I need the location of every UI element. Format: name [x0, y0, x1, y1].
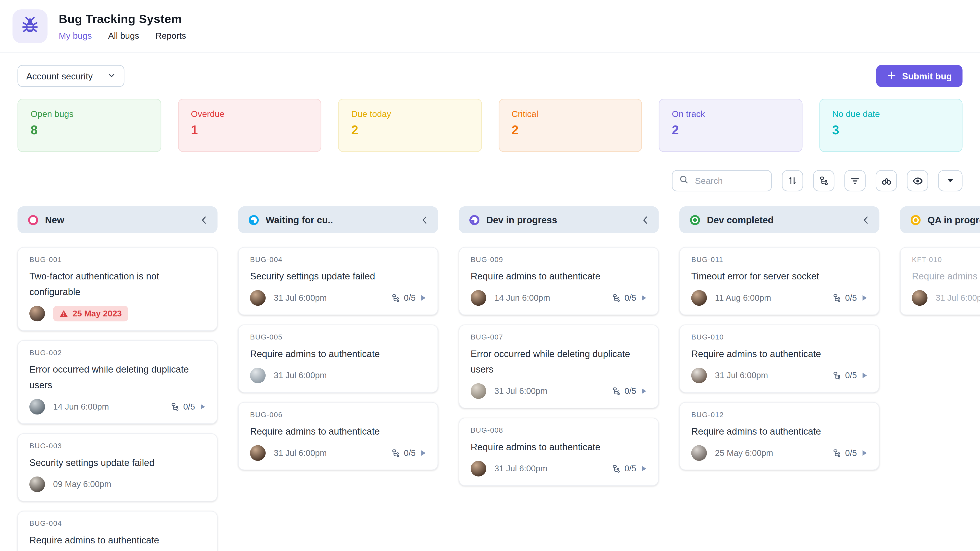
search-box[interactable] [672, 170, 772, 191]
expand-card-icon[interactable] [421, 294, 426, 301]
subtasks-group: 0/5 [833, 370, 867, 380]
hierarchy-button[interactable] [813, 170, 834, 191]
bug-card-003[interactable]: BUG-003 Security settings update failed … [18, 433, 217, 502]
submit-bug-label: Submit bug [902, 71, 952, 81]
subtasks-group: 0/5 [612, 464, 647, 473]
expand-card-icon[interactable] [641, 465, 647, 472]
stat-value: 1 [191, 123, 308, 138]
bug-card-010[interactable]: BUG-010 Require admins to authenticate 3… [679, 325, 879, 393]
project-selector[interactable]: Account security [18, 65, 124, 87]
stat-label: Due today [351, 109, 468, 119]
bug-card-008[interactable]: BUG-008 Require admins to authenticate 3… [459, 418, 659, 486]
card-footer: 31 Jul 6:00pm 0/5 [250, 290, 426, 306]
assignee-avatar[interactable] [471, 383, 486, 398]
collapse-column-icon[interactable] [862, 215, 869, 224]
collapse-column-icon[interactable] [200, 215, 207, 224]
bug-title: Require admins to authenticate [912, 268, 980, 284]
assignee-avatar[interactable] [29, 476, 45, 492]
bug-title: Error occurred while deleting duplicate … [29, 361, 193, 393]
bug-card-012[interactable]: BUG-012 Require admins to authenticate 2… [679, 402, 879, 470]
stat-label: On track [672, 109, 789, 119]
column-waiting-for-customer: Waiting for cu.. BUG-004 Security settin… [238, 206, 438, 470]
expand-card-icon[interactable] [421, 449, 426, 456]
stat-label: Open bugs [30, 109, 148, 119]
tab-all-bugs[interactable]: All bugs [108, 30, 139, 40]
assignee-avatar[interactable] [29, 398, 45, 414]
assignee-avatar[interactable] [250, 290, 266, 306]
subtasks-icon [391, 448, 401, 457]
bug-card-001[interactable]: BUG-001 Two-factor authentication is not… [18, 247, 217, 331]
stat-on-track[interactable]: On track 2 [659, 99, 802, 152]
assignee-avatar[interactable] [471, 290, 486, 306]
expand-card-icon[interactable] [862, 372, 867, 379]
collapse-column-icon[interactable] [642, 215, 648, 224]
subtasks-icon [833, 293, 842, 302]
assignee-avatar[interactable] [691, 290, 707, 306]
bug-card-006[interactable]: BUG-006 Require admins to authenticate 3… [238, 402, 438, 470]
binoculars-button[interactable] [876, 170, 897, 191]
column-header-dev-in-progress: Dev in progress [459, 206, 659, 233]
bug-id: BUG-008 [471, 426, 647, 435]
card-footer: 11 Aug 6:00pm 0/5 [691, 290, 867, 306]
bug-id: BUG-012 [691, 410, 867, 419]
submit-bug-button[interactable]: Submit bug [877, 65, 963, 87]
bug-card-005[interactable]: BUG-005 Require admins to authenticate 3… [238, 325, 438, 393]
bug-card-004-new[interactable]: BUG-004 Require admins to authenticate [18, 511, 217, 551]
bug-card-004-waiting[interactable]: BUG-004 Security settings update failed … [238, 247, 438, 315]
assignee-avatar[interactable] [29, 306, 45, 321]
sort-button[interactable] [782, 170, 803, 191]
board-menu-button[interactable] [938, 170, 963, 191]
stat-due-today[interactable]: Due today 2 [338, 99, 481, 152]
bug-title: Require admins to authenticate [471, 268, 634, 284]
bug-card-kft-010[interactable]: KFT-010 Require admins to authenticate 3… [900, 247, 980, 315]
due-date: 31 Jul 6:00pm [495, 386, 547, 395]
assignee-avatar[interactable] [250, 368, 266, 383]
subtasks-icon [612, 464, 621, 473]
assignee-avatar[interactable] [691, 445, 707, 460]
bug-id: BUG-006 [250, 410, 426, 419]
due-date: 09 May 6:00pm [53, 479, 111, 489]
column-dev-completed: Dev completed BUG-011 Timeout error for … [679, 206, 879, 470]
column-cards: BUG-001 Two-factor authentication is not… [18, 247, 217, 551]
column-cards: BUG-004 Security settings update failed … [238, 247, 438, 470]
bug-card-011[interactable]: BUG-011 Timeout error for server socket … [679, 247, 879, 315]
expand-card-icon[interactable] [641, 387, 647, 394]
due-date: 14 Jun 6:00pm [495, 293, 550, 302]
stat-open-bugs[interactable]: Open bugs 8 [18, 99, 161, 152]
assignee-avatar[interactable] [691, 368, 707, 383]
assignee-avatar[interactable] [912, 290, 928, 306]
subtask-count: 0/5 [404, 293, 416, 302]
subtasks-icon [833, 370, 842, 380]
tab-my-bugs[interactable]: My bugs [59, 30, 92, 40]
bug-id: KFT-010 [912, 255, 980, 264]
eye-button[interactable] [907, 170, 928, 191]
bug-card-002[interactable]: BUG-002 Error occurred while deleting du… [18, 340, 217, 424]
card-footer: 31 Jul 6:00pm [250, 367, 426, 383]
subtasks-icon [171, 402, 180, 411]
expand-card-icon[interactable] [200, 403, 205, 410]
stat-no-due-date[interactable]: No due date 3 [819, 99, 963, 152]
bug-title: Error occurred while deleting duplicate … [471, 346, 634, 377]
bug-title: Two-factor authentication is not configu… [29, 268, 193, 299]
stat-value: 2 [351, 123, 468, 138]
collapse-column-icon[interactable] [421, 215, 428, 224]
bug-title: Security settings update failed [29, 455, 193, 470]
due-date: 25 May 6:00pm [715, 448, 773, 457]
expand-card-icon[interactable] [641, 294, 647, 301]
bug-card-009[interactable]: BUG-009 Require admins to authenticate 1… [459, 247, 659, 315]
expand-card-icon[interactable] [862, 449, 867, 456]
search-input[interactable] [694, 175, 765, 186]
assignee-avatar[interactable] [471, 460, 486, 476]
due-date: 31 Jul 6:00pm [274, 293, 326, 302]
due-date: 11 Aug 6:00pm [715, 293, 771, 302]
stat-overdue[interactable]: Overdue 1 [178, 99, 321, 152]
card-footer: 31 Jul 6:00pm 0/5 [250, 444, 426, 461]
tab-reports[interactable]: Reports [156, 30, 186, 40]
status-qa-icon [911, 215, 921, 225]
stat-critical[interactable]: Critical 2 [498, 99, 642, 152]
bug-id: BUG-005 [250, 333, 426, 341]
expand-card-icon[interactable] [862, 294, 867, 301]
assignee-avatar[interactable] [250, 445, 266, 460]
bug-card-007[interactable]: BUG-007 Error occurred while deleting du… [459, 325, 659, 408]
filter-button[interactable] [844, 170, 865, 191]
